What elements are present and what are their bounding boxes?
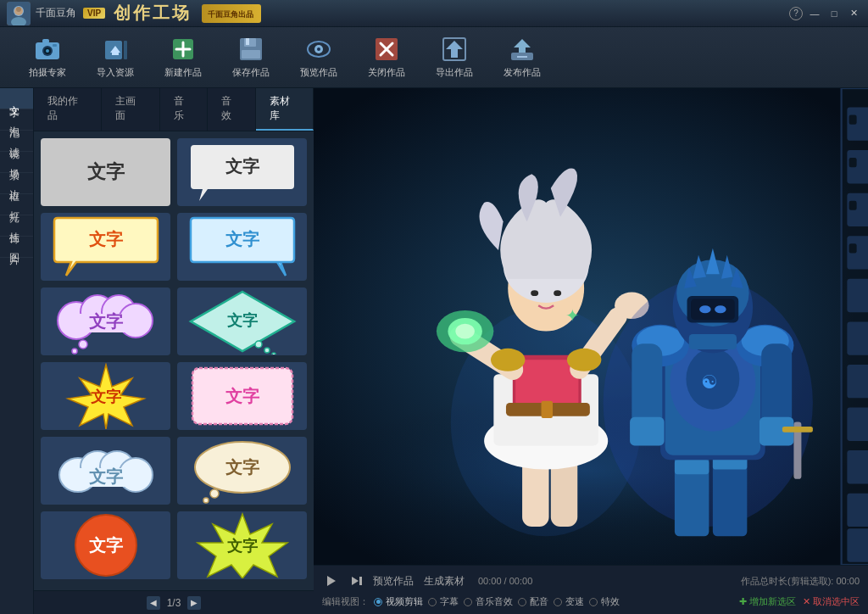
material-item-1[interactable]: 文字: [41, 138, 170, 206]
svg-rect-10: [42, 39, 49, 43]
tab-main-scene[interactable]: 主画面: [102, 88, 159, 131]
help-button[interactable]: ?: [789, 7, 803, 20]
svg-text:文字: 文字: [89, 536, 124, 555]
prev-page-button[interactable]: ◀: [147, 596, 160, 610]
play-button[interactable]: [322, 572, 341, 590]
tool-save-label: 保存作品: [232, 66, 270, 79]
material-item-9[interactable]: 文字: [41, 437, 170, 505]
tool-close-work[interactable]: 关闭作品: [356, 32, 417, 83]
radio-dub-dot: [518, 598, 526, 606]
tab-music[interactable]: 音乐: [160, 88, 209, 131]
radio-dub[interactable]: 配音: [518, 595, 548, 608]
svg-text:文字: 文字: [225, 387, 260, 405]
svg-rect-88: [849, 201, 857, 210]
tool-export[interactable]: 导出作品: [424, 32, 485, 83]
svg-text:文字: 文字: [89, 467, 124, 486]
svg-rect-23: [242, 50, 260, 59]
svg-point-4: [16, 7, 21, 12]
titlebar: 千面豆角 VIP 创作工场 千面豆角出品 ? — □ ✕: [0, 0, 868, 27]
app-title: 创作工场: [114, 2, 192, 25]
sidebar-item-frame[interactable]: 边框: [0, 173, 33, 194]
generate-material-label[interactable]: 生成素材: [424, 574, 465, 589]
minimize-button[interactable]: —: [807, 6, 822, 21]
sidebar: 文字 泡泡 滤镜 场景 边框 灯光 挂饰 图片: [0, 88, 34, 614]
tab-my-works[interactable]: 我的作品: [34, 88, 102, 131]
next-page-button[interactable]: ▶: [187, 596, 201, 610]
playback-row: 预览作品 生成素材 00:00 / 00:00 作品总时长(剪辑选取): 00:…: [322, 572, 860, 590]
radio-music-sfx[interactable]: 音乐音效: [464, 595, 513, 608]
tool-new-label: 新建作品: [164, 66, 202, 79]
sidebar-item-light[interactable]: 灯光: [0, 194, 33, 215]
save-icon: [237, 36, 264, 63]
edit-view-label: 编辑视图：: [322, 595, 369, 608]
svg-text:☯: ☯: [701, 371, 718, 393]
preview-area: ✦ ☯: [314, 88, 868, 614]
tool-publish-label: 发布作品: [504, 66, 541, 79]
radio-speed[interactable]: 变速: [554, 595, 584, 608]
svg-point-48: [255, 341, 262, 348]
svg-text:文字: 文字: [225, 458, 260, 477]
page-info: 1/3: [167, 597, 181, 609]
tool-close-work-label: 关闭作品: [368, 66, 405, 79]
sidebar-item-text[interactable]: 文字: [0, 88, 33, 109]
material-item-8[interactable]: 文字: [177, 362, 307, 430]
tool-new[interactable]: 新建作品: [153, 32, 214, 83]
sidebar-item-filter[interactable]: 滤镜: [0, 131, 33, 152]
svg-point-110: [554, 290, 561, 296]
svg-rect-84: [849, 114, 857, 124]
export-icon: [441, 36, 468, 63]
sidebar-item-scene[interactable]: 场景: [0, 152, 33, 173]
radio-effect[interactable]: 特效: [589, 595, 620, 608]
preview-canvas: ✦ ☯: [314, 88, 868, 565]
toolbar: 拍摄专家 导入资源 新建作品: [0, 27, 868, 88]
sidebar-item-decoration[interactable]: 挂饰: [0, 215, 33, 237]
svg-text:文字: 文字: [227, 537, 259, 555]
tool-import[interactable]: 导入资源: [85, 32, 146, 83]
svg-rect-15: [112, 53, 119, 55]
material-item-5[interactable]: 文字: [41, 287, 170, 355]
tab-sfx[interactable]: 音效: [208, 88, 256, 131]
material-item-6[interactable]: 文字: [177, 287, 307, 355]
material-item-11[interactable]: 文字: [41, 511, 170, 579]
svg-text:文字: 文字: [91, 388, 122, 405]
radio-video-edit[interactable]: 视频剪辑: [374, 595, 423, 608]
svg-rect-98: [515, 360, 578, 407]
remove-selection-button[interactable]: ✕ 取消选中区: [803, 595, 860, 608]
material-item-10[interactable]: 文字: [177, 437, 307, 505]
svg-rect-16: [124, 41, 127, 59]
vip-badge: VIP: [83, 8, 105, 19]
maximize-button[interactable]: □: [826, 6, 842, 21]
svg-point-50: [272, 353, 275, 354]
radio-subtitle[interactable]: 字幕: [428, 595, 459, 608]
material-item-3[interactable]: 文字: [41, 213, 170, 281]
close-work-icon: [373, 36, 400, 63]
skip-button[interactable]: [348, 572, 366, 590]
tool-camera-label: 拍摄专家: [29, 66, 66, 79]
svg-rect-81: [847, 450, 868, 483]
close-button[interactable]: ✕: [846, 6, 861, 21]
avatar: [7, 2, 31, 25]
add-selection-button[interactable]: ✚ 增加新选区: [739, 595, 796, 608]
svg-rect-79: [847, 365, 868, 398]
sidebar-item-bubble[interactable]: 泡泡: [0, 109, 33, 131]
tool-camera[interactable]: 拍摄专家: [17, 32, 78, 83]
sidebar-item-image[interactable]: 图片: [0, 237, 33, 258]
material-item-7[interactable]: 文字: [41, 362, 170, 430]
material-item-2[interactable]: 文字: [177, 138, 307, 206]
camera-icon: [34, 36, 61, 63]
svg-rect-83: [847, 528, 868, 561]
svg-rect-133: [782, 427, 813, 433]
svg-rect-12: [53, 44, 57, 47]
tool-import-label: 导入资源: [97, 66, 134, 79]
preview-work-label[interactable]: 预览作品: [373, 574, 414, 589]
svg-marker-31: [446, 41, 463, 58]
svg-marker-146: [327, 576, 336, 586]
svg-point-64: [203, 498, 209, 503]
tool-publish[interactable]: 发布作品: [492, 32, 553, 83]
tool-save[interactable]: 保存作品: [220, 32, 281, 83]
tool-preview[interactable]: 预览作品: [288, 32, 349, 83]
radio-effect-dot: [589, 598, 598, 606]
material-item-12[interactable]: 文字: [177, 511, 307, 579]
material-item-4[interactable]: 文字: [177, 213, 307, 281]
tab-materials[interactable]: 素材库: [256, 88, 314, 131]
